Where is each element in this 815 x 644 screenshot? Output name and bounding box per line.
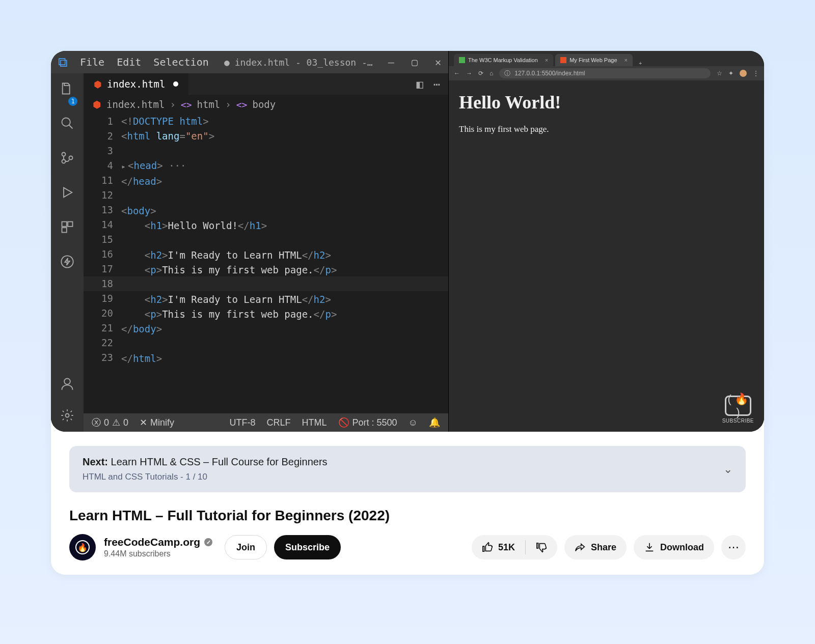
new-tab-icon[interactable]: + bbox=[635, 60, 646, 66]
account-icon[interactable] bbox=[59, 376, 75, 392]
next-up-panel[interactable]: Next: Learn HTML & CSS – Full Course for… bbox=[69, 446, 746, 492]
like-dislike-segment: 51K bbox=[472, 535, 557, 559]
breadcrumbs[interactable]: ⬢ index.html › <> html › <> body bbox=[84, 95, 448, 114]
vscode-window: ⧉ File Edit Selection ●index.html - 03_l… bbox=[51, 51, 448, 432]
browser-home-icon[interactable]: ⌂ bbox=[490, 70, 493, 77]
thumbs-down-icon bbox=[536, 542, 547, 553]
browser-toolbar: ← → ⟳ ⌂ ⓘ127.0.0.1:5500/index.html ☆ ✦ ⋮ bbox=[449, 66, 764, 80]
browser-tab-w3c[interactable]: The W3C Markup Validation× bbox=[454, 54, 553, 66]
activity-bar: 1 bbox=[51, 73, 84, 432]
browser-reload-icon[interactable]: ⟳ bbox=[478, 70, 483, 77]
download-icon bbox=[644, 542, 655, 553]
browser-profile-icon[interactable] bbox=[740, 70, 747, 77]
thumbs-up-icon bbox=[482, 542, 493, 553]
dislike-button[interactable] bbox=[526, 542, 557, 553]
browser-tab-myfirst[interactable]: My First Web Page× bbox=[555, 54, 633, 66]
url-bar[interactable]: ⓘ127.0.0.1:5500/index.html bbox=[499, 68, 711, 78]
menu-file[interactable]: File bbox=[80, 56, 104, 68]
browser-preview: The W3C Markup Validation× My First Web … bbox=[448, 51, 764, 432]
browser-forward-icon[interactable]: → bbox=[466, 70, 472, 77]
svg-rect-5 bbox=[68, 222, 72, 227]
explorer-badge: 1 bbox=[68, 97, 77, 106]
html5-icon: ⬢ bbox=[93, 99, 101, 110]
close-icon[interactable]: ✕ bbox=[435, 56, 441, 68]
verified-badge-icon: ✓ bbox=[204, 538, 212, 546]
page-h1: Hello World! bbox=[459, 92, 754, 113]
browser-viewport: Hello World! This is my first web page. bbox=[449, 80, 764, 432]
explorer-icon[interactable] bbox=[59, 80, 75, 97]
flame-icon: 🔥 bbox=[75, 540, 90, 554]
thunder-icon[interactable] bbox=[59, 254, 75, 270]
status-bell-icon[interactable]: 🔔 bbox=[429, 417, 440, 428]
like-button[interactable]: 51K bbox=[472, 542, 525, 553]
subscriber-count: 9.44M subscribers bbox=[104, 549, 212, 558]
maximize-icon[interactable]: ▢ bbox=[412, 56, 418, 68]
more-icon[interactable]: ⋯ bbox=[433, 78, 440, 91]
browser-tabstrip: The W3C Markup Validation× My First Web … bbox=[449, 51, 764, 66]
svg-point-1 bbox=[62, 153, 66, 156]
html5-icon: ⬢ bbox=[94, 79, 102, 90]
video-player[interactable]: ⧉ File Edit Selection ●index.html - 03_l… bbox=[51, 51, 764, 432]
nextup-playlist: HTML and CSS Tutorials - 1 / 10 bbox=[83, 472, 328, 482]
status-language[interactable]: HTML bbox=[302, 417, 327, 428]
svg-point-7 bbox=[61, 256, 73, 267]
subscribe-button[interactable]: Subscribe bbox=[274, 535, 341, 559]
svg-point-2 bbox=[62, 160, 66, 163]
vscode-logo-icon: ⧉ bbox=[58, 54, 68, 70]
status-eol[interactable]: CRLF bbox=[267, 417, 291, 428]
nextup-title: Learn HTML & CSS – Full Course for Begin… bbox=[111, 456, 328, 467]
status-encoding[interactable]: UTF-8 bbox=[230, 417, 256, 428]
browser-back-icon[interactable]: ← bbox=[454, 70, 460, 77]
menu-selection[interactable]: Selection bbox=[153, 56, 208, 68]
tab-label: index.html bbox=[107, 78, 165, 90]
status-minify[interactable]: ✕ Minify bbox=[140, 417, 174, 428]
meta-row: 🔥 freeCodeCamp.org ✓ 9.44M subscribers J… bbox=[69, 534, 746, 561]
settings-gear-icon[interactable] bbox=[59, 407, 75, 424]
window-title: ●index.html - 03_lesson -… bbox=[221, 57, 376, 68]
download-button[interactable]: Download bbox=[634, 535, 714, 559]
flame-icon: ( 🔥 ) bbox=[726, 393, 750, 419]
more-actions-button[interactable]: ⋯ bbox=[721, 535, 746, 559]
page-paragraph: This is my first web page. bbox=[459, 124, 754, 134]
svg-rect-6 bbox=[62, 228, 67, 232]
subscribe-overlay[interactable]: ( 🔥 ) SUBSCRIBE bbox=[722, 396, 754, 424]
status-liveserver[interactable]: 🚫 Port : 5500 bbox=[338, 417, 397, 428]
nextup-prefix: Next: bbox=[83, 456, 108, 467]
search-icon[interactable] bbox=[59, 115, 75, 131]
channel-name[interactable]: freeCodeCamp.org ✓ bbox=[104, 536, 212, 548]
video-card: ⧉ File Edit Selection ●index.html - 03_l… bbox=[51, 51, 764, 575]
svg-point-8 bbox=[64, 379, 70, 385]
status-feedback-icon[interactable]: ☺ bbox=[409, 417, 418, 428]
split-editor-icon[interactable]: ◧ bbox=[417, 78, 423, 91]
code-editor[interactable]: 123411121314151617181920212223 <!DOCTYPE… bbox=[84, 114, 448, 413]
vscode-titlebar: ⧉ File Edit Selection ●index.html - 03_l… bbox=[51, 51, 448, 73]
browser-star-icon[interactable]: ☆ bbox=[717, 70, 722, 77]
svg-point-3 bbox=[69, 156, 73, 160]
browser-ext-icon[interactable]: ✦ bbox=[728, 70, 734, 77]
source-control-icon[interactable] bbox=[59, 150, 75, 166]
chevron-down-icon[interactable]: ⌄ bbox=[723, 463, 732, 476]
svg-point-0 bbox=[62, 118, 70, 126]
video-title: Learn HTML – Full Tutorial for Beginners… bbox=[69, 508, 746, 524]
editor-tabs: ⬢ index.html ◧ ⋯ bbox=[84, 73, 448, 95]
share-icon bbox=[575, 542, 586, 553]
svg-rect-4 bbox=[62, 222, 67, 227]
tab-index-html[interactable]: ⬢ index.html bbox=[84, 73, 188, 95]
extensions-icon[interactable] bbox=[59, 219, 75, 235]
status-bar: ⓧ 0 ⚠ 0 ✕ Minify UTF-8 CRLF HTML 🚫 Port … bbox=[84, 413, 448, 432]
status-problems[interactable]: ⓧ 0 ⚠ 0 bbox=[92, 416, 128, 429]
unsaved-dot-icon bbox=[173, 81, 178, 87]
run-debug-icon[interactable] bbox=[59, 184, 75, 201]
menu-edit[interactable]: Edit bbox=[117, 56, 141, 68]
minimize-icon[interactable]: — bbox=[388, 56, 394, 68]
channel-avatar[interactable]: 🔥 bbox=[69, 534, 96, 561]
svg-point-9 bbox=[66, 414, 69, 417]
browser-menu-icon[interactable]: ⋮ bbox=[753, 70, 759, 77]
join-button[interactable]: Join bbox=[225, 535, 267, 559]
share-button[interactable]: Share bbox=[564, 535, 627, 559]
